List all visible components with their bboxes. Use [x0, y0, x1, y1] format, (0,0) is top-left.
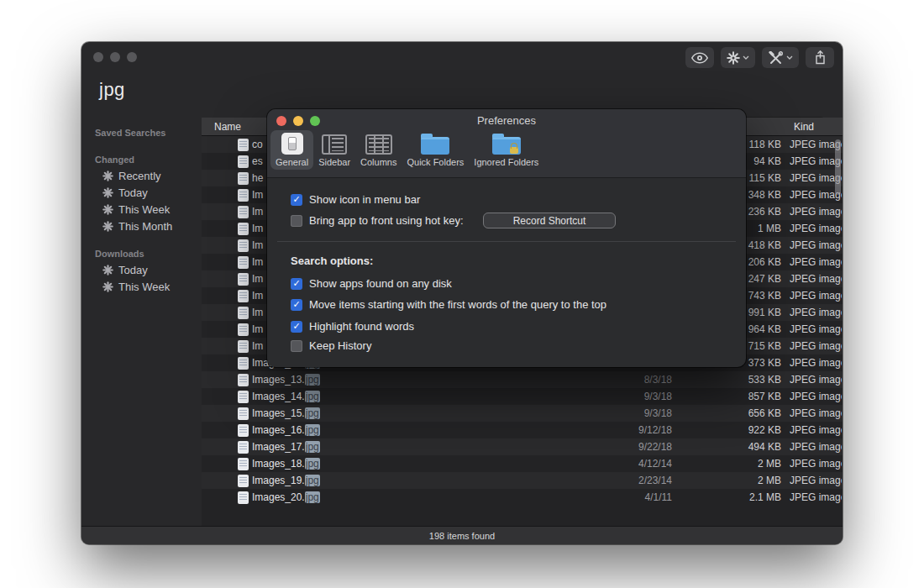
pref-show-icon-row: Show icon in menu bar — [291, 193, 420, 206]
file-name: Images_15.jpg — [252, 407, 320, 419]
sidebar-item-this-month[interactable]: This Month — [102, 221, 202, 232]
file-size: 418 KB — [748, 239, 781, 251]
highlighted-match: jpg — [305, 424, 320, 436]
file-kind: JPEG image — [790, 441, 842, 453]
preview-button[interactable] — [685, 47, 714, 68]
file-date: 9/3/18 — [644, 391, 672, 402]
file-kind: JPEG image — [790, 273, 842, 285]
gear-icon — [102, 281, 113, 292]
document-icon — [238, 256, 249, 269]
actions-menu-button[interactable] — [721, 47, 755, 68]
sidebar-item-recently[interactable]: Recently — [102, 171, 202, 181]
tab-label: General — [276, 157, 308, 167]
file-name: es — [252, 155, 263, 167]
sidebar-item-label: This Month — [118, 220, 172, 233]
table-row[interactable]: Images_19.jpg2/23/142 MBJPEG image — [202, 472, 843, 489]
zoom-button[interactable] — [127, 52, 137, 62]
close-button[interactable] — [93, 52, 103, 62]
table-row[interactable]: Images_15.jpg9/3/18656 KBJPEG image — [202, 405, 843, 422]
table-row[interactable]: Images_13.jpg8/3/18533 KBJPEG image — [202, 371, 843, 388]
tab-sidebar[interactable]: Sidebar — [313, 130, 355, 170]
file-kind: JPEG image — [790, 290, 842, 302]
file-kind: JPEG image — [790, 256, 842, 268]
sidebar-group-changed: Changed — [95, 155, 202, 165]
pref-option-row: Keep History — [291, 339, 371, 352]
table-row[interactable]: Images_14.jpg9/3/18857 KBJPEG image — [202, 388, 843, 405]
desktop-wallpaper: jpg in Home Add Criteria Saved Searches … — [0, 0, 924, 588]
sidebar-item-this-week[interactable]: This Week — [102, 204, 202, 215]
sidebar-item-downloads-today[interactable]: Today — [102, 265, 202, 276]
document-icon — [238, 458, 249, 470]
preferences-dialog: Preferences General Sidebar Columns Quic… — [267, 109, 746, 367]
keep-history-checkbox[interactable] — [291, 340, 302, 352]
document-icon — [238, 491, 249, 504]
status-text: 198 items found — [429, 531, 495, 541]
window-controls — [93, 52, 137, 62]
file-name: Im — [252, 256, 263, 268]
show-icon-checkbox[interactable] — [291, 194, 302, 206]
file-size: 494 KB — [748, 441, 781, 453]
file-name: Images_18.jpg — [252, 458, 320, 470]
table-row[interactable]: Images_20.jpg4/1/112.1 MBJPEG image — [202, 489, 843, 506]
pref-option-row: Move items starting with the first words… — [291, 298, 606, 311]
document-icon — [238, 139, 249, 151]
file-kind: JPEG image — [790, 407, 842, 419]
search-options-heading: Search options: — [291, 255, 373, 267]
file-date: 4/12/14 — [638, 458, 672, 470]
general-tab-icon — [281, 133, 303, 155]
file-size: 247 KB — [748, 273, 781, 285]
document-icon — [238, 391, 249, 403]
table-row[interactable]: Images_18.jpg4/12/142 MBJPEG image — [202, 455, 843, 472]
minimize-button[interactable] — [110, 52, 120, 62]
highlighted-match: jpg — [305, 407, 320, 419]
file-size: 964 KB — [748, 323, 781, 335]
gear-icon — [102, 265, 113, 276]
file-name: Im — [252, 273, 263, 285]
window-titlebar — [81, 42, 843, 72]
file-name: Im — [252, 340, 263, 352]
toolbar — [685, 47, 834, 68]
file-date: 2/23/14 — [638, 475, 672, 486]
sidebar-item-today[interactable]: Today — [102, 187, 202, 198]
file-kind: JPEG image — [790, 223, 842, 234]
document-icon — [238, 223, 249, 235]
file-name: Images_19.jpg — [252, 475, 320, 486]
file-size: 991 KB — [748, 307, 781, 318]
record-shortcut-button[interactable]: Record Shortcut — [483, 213, 616, 228]
gear-icon — [102, 221, 113, 232]
search-query[interactable]: jpg — [99, 79, 125, 101]
sidebar-title: Saved Searches — [95, 128, 202, 138]
tab-columns[interactable]: Columns — [355, 130, 402, 170]
tab-general[interactable]: General — [270, 130, 313, 170]
sidebar-item-label: Today — [118, 186, 148, 199]
preferences-header: Preferences General Sidebar Columns Quic… — [267, 109, 746, 178]
column-header-kind[interactable]: Kind — [794, 121, 814, 133]
highlight-words-checkbox[interactable] — [291, 321, 302, 333]
highlighted-match: jpg — [305, 391, 320, 402]
tools-menu-button[interactable] — [762, 47, 799, 68]
tab-ignored-folders[interactable]: Ignored Folders — [469, 130, 543, 170]
file-kind: JPEG image — [790, 458, 842, 470]
share-button[interactable] — [806, 47, 834, 68]
sidebar-item-label: Recently — [118, 170, 161, 182]
scrollbar-thumb[interactable] — [835, 139, 841, 195]
move-items-checkbox[interactable] — [291, 299, 302, 311]
hotkey-checkbox[interactable] — [291, 215, 302, 227]
highlighted-match: jpg — [305, 491, 320, 503]
tab-quick-folders[interactable]: Quick Folders — [402, 130, 469, 170]
show-apps-checkbox[interactable] — [291, 278, 302, 290]
file-name: Im — [252, 189, 263, 201]
share-icon — [815, 50, 826, 65]
table-row[interactable]: Images_17.jpg9/22/18494 KBJPEG image — [202, 438, 843, 455]
document-icon — [238, 475, 249, 487]
file-size: 1 MB — [758, 223, 781, 234]
tools-icon — [768, 51, 784, 65]
tab-label: Ignored Folders — [474, 157, 538, 167]
sidebar-group-downloads: Downloads — [95, 249, 202, 259]
sidebar-item-downloads-this-week[interactable]: This Week — [102, 281, 202, 292]
table-row[interactable]: Images_16.jpg9/12/18922 KBJPEG image — [202, 422, 843, 438]
chevron-down-icon — [743, 55, 749, 60]
file-kind: JPEG image — [790, 172, 842, 184]
search-bar: jpg in Home Add Criteria — [81, 72, 843, 113]
column-header-name[interactable]: Name — [214, 121, 241, 133]
